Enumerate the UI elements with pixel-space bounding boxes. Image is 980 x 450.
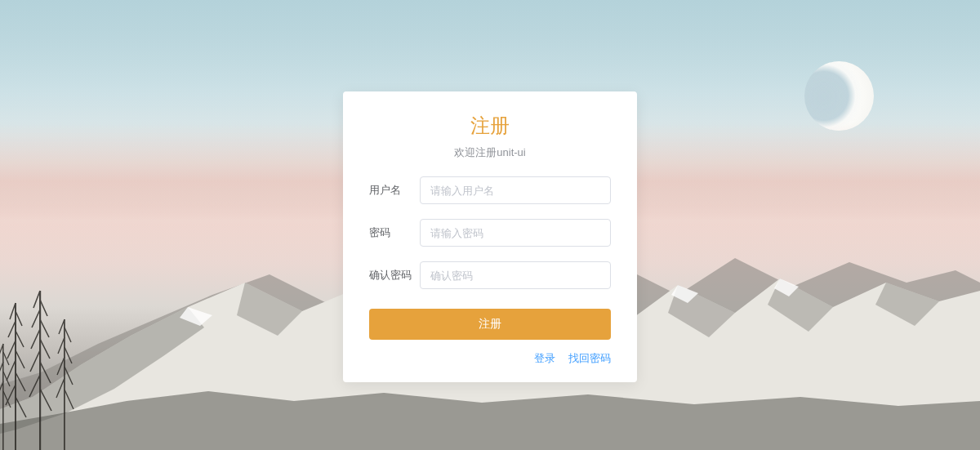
trees-svg	[0, 262, 147, 450]
username-label: 用户名	[369, 183, 420, 198]
username-input[interactable]	[420, 176, 611, 204]
login-link[interactable]: 登录	[534, 351, 555, 366]
svg-rect-1	[39, 291, 41, 450]
password-input[interactable]	[420, 219, 611, 247]
svg-rect-0	[15, 303, 16, 450]
username-row: 用户名	[369, 176, 611, 204]
svg-rect-3	[2, 344, 4, 450]
form-subtitle: 欢迎注册unit-ui	[369, 145, 611, 160]
confirm-password-row: 确认密码	[369, 261, 611, 289]
confirm-password-label: 确认密码	[369, 268, 420, 283]
password-row: 密码	[369, 219, 611, 247]
form-title: 注册	[369, 113, 611, 139]
confirm-password-input[interactable]	[420, 261, 611, 289]
moon-icon	[804, 61, 874, 131]
form-links: 登录 找回密码	[369, 351, 611, 366]
register-form-card: 注册 欢迎注册unit-ui 用户名 密码 确认密码 注册 登录 找回密码	[343, 91, 637, 382]
password-label: 密码	[369, 225, 420, 240]
register-button[interactable]: 注册	[369, 309, 611, 340]
recover-password-link[interactable]: 找回密码	[568, 351, 611, 366]
